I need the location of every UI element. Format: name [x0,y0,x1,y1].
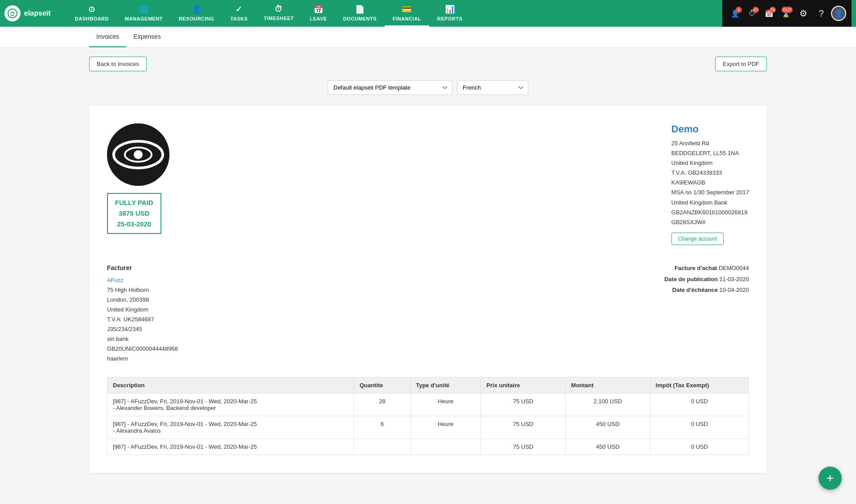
resourcing-icon: 👤 [192,4,202,14]
cell-amount-1: 450 USD [565,416,650,439]
back-to-invoices-button[interactable]: Back to Invoices [89,57,147,71]
cell-unit-price-1: 75 USD [481,416,566,439]
invoice-table: Description Quantite Type d'unité Prix u… [107,377,749,455]
notifications-timer-button[interactable]: ⏳ OUT [778,6,794,21]
table-row: [987] - AFuzzDev, Fri, 2019-Nov-01 - Wed… [107,416,749,439]
paid-line3: 25-03-2020 [115,219,153,229]
cell-description-2: [987] - AFuzzDev, Fri, 2019-Nov-01 - Wed… [107,439,354,455]
language-select[interactable]: French [457,80,528,95]
cell-unit-type-1: Heure [410,416,481,439]
invoice-logo-area: FULLY PAID 3875 USD 25-03-2020 [107,123,169,245]
client-address: 75 High Holborn [107,285,178,295]
cell-unit-type-2 [410,439,481,455]
calendar-badge: 76 [770,7,776,13]
nav-dashboard[interactable]: ⊙ DASHBOARD [67,0,117,27]
due-date-value: 10-04-2020 [720,287,749,293]
tab-invoices[interactable]: Invoices [89,27,126,47]
cell-description-0: [987] - AFuzzDev, Fri, 2019-Nov-01 - Wed… [107,393,354,416]
cell-unit-price-2: 75 USD [481,439,566,455]
pdf-template-select[interactable]: Default elapseit PDF template [328,80,453,95]
client-id: J35/234/2345 [107,324,178,334]
col-header-unit-type: Type d'unité [410,377,481,393]
nav-items: ⊙ DASHBOARD 🌐 MANAGEMENT 👤 RESOURCING ✓ … [67,0,722,27]
invoice-ref: Facture d'achat DEMO0044 [664,263,749,274]
nav-financial[interactable]: 💳 FINANCIAL [385,0,429,27]
documents-icon: 📄 [355,4,365,14]
paid-line1: FULLY PAID [115,197,153,208]
col-header-description: Description [107,377,354,393]
col-header-quantity: Quantite [354,377,410,393]
company-address3: United Kingdom [671,158,749,168]
cell-unit-price-0: 75 USD [481,393,566,416]
nav-resourcing[interactable]: 👤 RESOURCING [171,0,222,27]
invoice-ref-value: DEMO0044 [719,265,749,271]
company-bank: United Kingdom Bank [671,198,749,208]
cell-quantity-0: 28 [354,393,410,416]
tab-expenses[interactable]: Expenses [126,27,168,47]
cell-quantity-2 [354,439,410,455]
company-iban: GB2ANZBK60161000026819 [671,208,749,217]
client-city: London, 200398 [107,295,178,305]
table-row: [987] - AFuzzDev, Fri, 2019-Nov-01 - Wed… [107,393,749,416]
svg-point-4 [134,150,143,159]
tasks-icon: ✓ [235,4,243,14]
cell-tax-2: 0 USD [650,439,749,455]
top-navigation: elapseit ⊙ DASHBOARD 🌐 MANAGEMENT 👤 RESO… [0,0,856,27]
cell-quantity-1: 6 [354,416,410,439]
publish-date-value: 11-03-2020 [720,276,749,283]
publish-date-label: Date de publication [664,276,718,283]
notifications-people-button[interactable]: 👤 1 [728,6,743,21]
timer-badge: OUT [782,7,793,13]
company-info-right: Demo 25 Annfield Rd BEDDGELERT, LL55 1NA… [671,123,749,245]
cell-amount-2: 450 USD [565,439,650,455]
notifications-timesheet-button[interactable]: ⏱ 47 [745,6,760,21]
due-date: Date d'échéance 10-04-2020 [664,285,749,296]
cell-unit-type-0: Heure [410,393,481,416]
leave-icon: 📅 [313,4,324,14]
timesheet-badge: 47 [753,7,759,13]
brand-name: elapseit [24,9,51,17]
notifications-calendar-button[interactable]: 📅 76 [761,6,777,21]
export-to-pdf-button[interactable]: Export to PDF [715,57,767,71]
paid-stamp: FULLY PAID 3875 USD 25-03-2020 [107,193,161,234]
invoice-card: FULLY PAID 3875 USD 25-03-2020 Demo 25 A… [89,106,767,473]
financial-icon: 💳 [402,4,412,14]
company-msa: MSA no 1/30 September 2017 [671,188,749,197]
company-tva: T.V.A: GB24339333 [671,168,749,178]
company-name: Demo [671,123,749,135]
nav-tasks[interactable]: ✓ TASKS [222,0,256,27]
logo-area[interactable]: elapseit [4,5,67,21]
nav-right: 👤 1 ⏱ 47 📅 76 ⏳ OUT ⚙ ? 👤 [722,0,852,27]
client-country: United Kingdom [107,305,178,315]
nav-reports[interactable]: 📊 REPORTS [429,0,471,27]
company-address1: 25 Annfield Rd [671,139,749,148]
help-button[interactable]: ? [813,5,829,21]
table-header-row: Description Quantite Type d'unité Prix u… [107,377,749,393]
publish-date: Date de publication 11-03-2020 [664,274,749,285]
facturer-block: Facturer AFuzz 75 High Holborn London, 2… [107,263,178,364]
action-bar: Back to Invoices Export to PDF [89,57,767,71]
table-row: [987] - AFuzzDev, Fri, 2019-Nov-01 - Wed… [107,439,749,455]
reports-icon: 📊 [445,4,455,14]
logo-icon [4,5,21,21]
company-logo [107,123,169,186]
nav-timesheet[interactable]: ⏱ TIMESHEET [256,0,302,27]
col-header-unit-price: Prix unitaire [481,377,566,393]
dashboard-icon: ⊙ [88,4,95,14]
company-iban2: GB28SXJW# [671,217,749,227]
client-city2: haarlem [107,354,178,364]
timesheet-icon: ⏱ [275,4,283,14]
nav-documents[interactable]: 📄 DOCUMENTS [335,0,384,27]
due-date-label: Date d'échéance [672,287,718,293]
nav-management[interactable]: 🌐 MANAGEMENT [117,0,171,27]
nav-leave[interactable]: 📅 LEAVE [302,0,335,27]
change-account-button[interactable]: Change account [671,233,724,245]
user-avatar-button[interactable]: 👤 [831,6,846,21]
invoice-ref-label: Facture d'achat [675,265,717,271]
settings-button[interactable]: ⚙ [795,5,811,21]
cell-tax-1: 0 USD [650,416,749,439]
people-badge: 1 [736,7,742,13]
fab-add-button[interactable]: + [819,467,842,490]
management-icon: 🌐 [139,4,149,14]
main-content: Back to Invoices Export to PDF Default e… [0,48,856,504]
